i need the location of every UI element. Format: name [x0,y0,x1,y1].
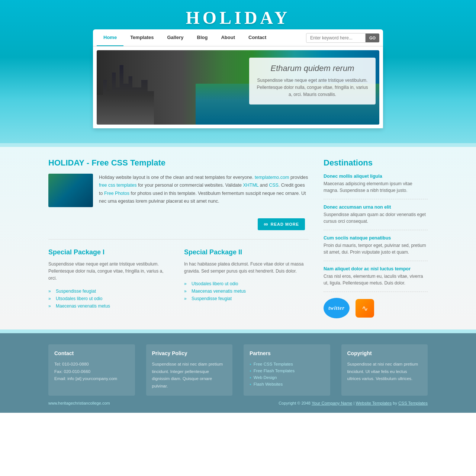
read-more-button[interactable]: ∞ READ MORE [258,218,305,230]
social-icons: twitter ∿ [324,298,428,318]
intro-text: Holiday website layout is one of the cle… [99,174,309,207]
dest-text-4: Cras nisl eros, elementum eu, iaculis vi… [324,273,428,286]
footer-privacy-title: Privacy Policy [152,350,227,356]
top-section: HOLIDAY Home Templates Gallery Blog Abou… [0,0,476,143]
package2-list: Utsodales libero ut odio Maecenas venena… [184,280,309,302]
footer-contact-text: Tel: 010-020-0880 Fax: 020-010-0660 Emai… [54,361,129,383]
twitter-icon[interactable]: twitter [324,298,350,318]
footer-grid: Contact Tel: 010-020-0880 Fax: 020-010-0… [48,344,428,396]
twitter-label: twitter [328,305,345,311]
footer-partners-title: Partners [250,350,324,356]
package1-text: Suspendisse vitae neque eget ante tristi… [48,261,173,282]
footer-link-flash[interactable]: Free Flash Templates [254,369,295,373]
footer-by: by [393,401,397,405]
footer-link-css[interactable]: Free CSS Templates [254,362,293,366]
dest-item-2: Donec accumsan urna non elit Suspendisse… [324,205,428,230]
package-1: Special Package I Suspendisse vitae nequ… [48,248,173,310]
middle-section: HOLIDAY - Free CSS Template Holiday webs… [0,143,476,333]
footer-copyright-title: Copyright [347,350,422,356]
packages-row: Special Package I Suspendisse vitae nequ… [48,248,309,310]
footer-copyright-col: Copyright Suspendisse at nisi nec diam p… [341,344,428,396]
nav-links: Home Templates Gallery Blog About Contac… [97,29,306,46]
dest-item-4: Nam aliquet dolor ac nisl luctus tempor … [324,266,428,292]
nav-bar: Home Templates Gallery Blog About Contac… [93,29,383,46]
footer-privacy-text: Suspendisse at nisi nec diam pretium tin… [152,361,227,390]
footer-css-templates-link[interactable]: CSS Templates [398,401,428,405]
sidebar-title: Destinations [324,158,428,168]
footer-website: www.heritagechristiancollege.com [48,401,110,405]
templatemo-link[interactable]: templatemo.com [255,175,289,180]
footer-company-link[interactable]: Your Company Name [312,401,353,405]
nav-gallery[interactable]: Gallery [160,29,190,46]
css-link[interactable]: CSS [269,183,279,188]
free-css-link[interactable]: free css templates [99,183,136,188]
package1-title: Special Package I [48,248,173,256]
package1-item-2: Utsodales libero ut odio [48,295,173,302]
package1-list: Suspendisse feugiat Utsodales libero ut … [48,287,173,310]
stripe-top [0,143,476,147]
dest-link-1[interactable]: Donec mollis aliquet ligula [324,174,428,179]
free-photos-link[interactable]: Free Photos [104,191,129,196]
xhtml-link[interactable]: XHTML [243,183,258,188]
dest-link-2[interactable]: Donec accumsan urna non elit [324,205,428,210]
read-more-label: READ MORE [271,222,299,226]
intro-image [48,174,93,207]
nav-templates[interactable]: Templates [123,29,160,46]
package2-item-3: Suspendisse feugiat [184,295,309,302]
nav-home[interactable]: Home [97,29,123,46]
footer-tel: Tel: 010-020-0880 [54,362,89,366]
nav-about[interactable]: About [214,29,242,46]
package2-item-1: Utsodales libero ut odio [184,280,309,287]
footer-bottom: www.heritagechristiancollege.com Copyrig… [48,401,428,405]
stripe-bottom [0,329,476,333]
dest-link-4[interactable]: Nam aliquet dolor ac nisl luctus tempor [324,266,428,271]
hero-body-text: Suspendisse vitae neque eget ante tristi… [257,77,368,99]
dest-text-3: Proin dui mauris, tempor eget, pulvinar … [324,242,428,255]
hero-image: Etharum quidem rerum Suspendisse vitae n… [97,50,379,125]
main-content: HOLIDAY - Free CSS Template Holiday webs… [48,158,309,318]
nav-contact[interactable]: Contact [242,29,273,46]
nav-blog[interactable]: Blog [190,29,215,46]
footer-website-templates-link[interactable]: Website Templates [356,401,392,405]
footer-link-2: Free Flash Templates [250,367,324,374]
divider [48,239,309,239]
footer-copyright-line: Copyright © 2048 Your Company Name | Web… [279,401,428,405]
dest-text-1: Maecenas adipiscing elementum ipsum vita… [324,180,428,194]
footer-link-4: Flash Websites [250,381,324,387]
nav-container: Home Templates Gallery Blog About Contac… [93,29,383,128]
main-section-title: HOLIDAY - Free CSS Template [48,158,309,168]
footer-fax: Fax: 020-010-0660 [54,369,90,374]
dest-item-1: Donec mollis aliquet ligula Maecenas adi… [324,174,428,199]
search-button[interactable]: GO [366,33,379,42]
footer-copyright-text: Suspendisse at nisi nec diam pretium tin… [347,361,422,383]
footer-partners: Partners Free CSS Templates Free Flash T… [244,344,330,396]
footer-contact-title: Contact [54,350,129,356]
package1-item-1: Suspendisse feugiat [48,287,173,295]
footer: Contact Tel: 010-020-0880 Fax: 020-010-0… [0,333,476,413]
read-more-icon: ∞ [264,221,268,228]
package2-title: Special Package II [184,248,309,256]
package-2: Special Package II In hac habitasse plat… [184,248,309,310]
footer-link-web[interactable]: Web Design [254,375,277,380]
footer-link-flash-web[interactable]: Flash Websites [254,382,283,386]
intro-block: Holiday website layout is one of the cle… [48,174,309,207]
footer-links-list: Free CSS Templates Free Flash Templates … [250,361,324,387]
content-area: HOLIDAY - Free CSS Template Holiday webs… [48,147,428,329]
package2-text: In hac habitasse platea dictumst. Fusce … [184,261,309,275]
footer-contact: Contact Tel: 010-020-0880 Fax: 020-010-0… [48,344,135,396]
package2-item-2: Maecenas venenatis metus [184,287,309,295]
footer-privacy: Privacy Policy Suspendisse at nisi nec d… [146,344,233,396]
dest-link-3[interactable]: Cum sociis natoque penatibus [324,235,428,241]
rss-icon[interactable]: ∿ [356,299,374,318]
hero-text-box: Etharum quidem rerum Suspendisse vitae n… [249,58,376,104]
hero-heading: Etharum quidem rerum [257,64,368,73]
rss-symbol: ∿ [362,304,368,313]
footer-link-1: Free CSS Templates [250,361,324,367]
footer-sep1: | [354,401,355,405]
site-title: HOLIDAY [0,7,476,28]
footer-email: Email: info [at] yourcompany.com [54,376,117,381]
footer-link-3: Web Design [250,374,324,381]
package1-item-3: Maecenas venenatis metus [48,302,173,310]
search-input[interactable] [306,33,366,43]
nav-search: GO [306,33,379,43]
